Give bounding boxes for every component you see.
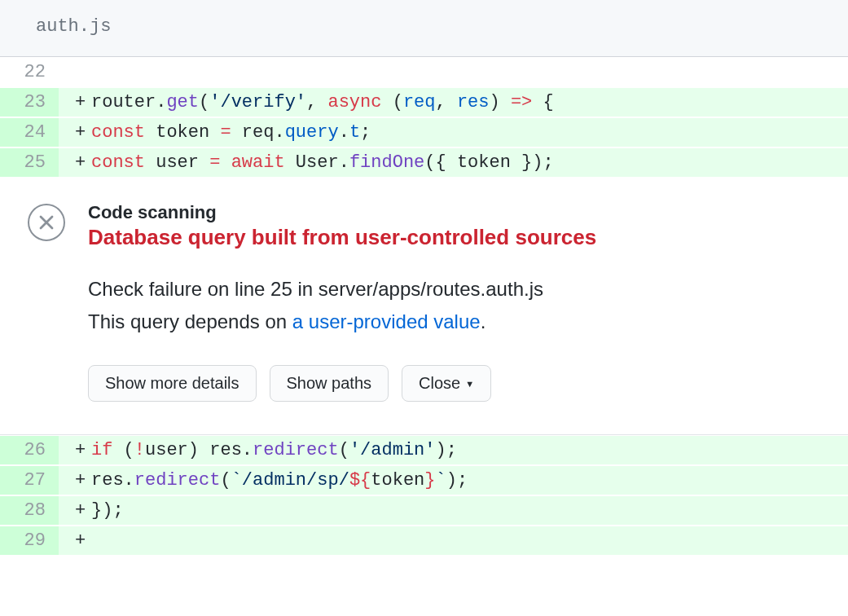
file-header: auth.js — [0, 0, 848, 57]
line-number: 23 — [0, 88, 59, 117]
diff-marker: + — [75, 88, 91, 117]
code-content: + — [59, 526, 848, 555]
code-content: + const user = await User.findOne({ toke… — [59, 148, 848, 177]
diff-marker: + — [75, 118, 91, 147]
alert-desc-line1: Check failure on line 25 in server/apps/… — [88, 278, 543, 300]
diff-marker: + — [75, 466, 91, 495]
alert-desc-prefix: This query depends on — [88, 310, 292, 332]
error-icon — [28, 204, 65, 241]
code-line-24: 24 + const token = req.query.t; — [0, 117, 848, 147]
caret-down-icon: ▼ — [465, 379, 474, 389]
line-number: 22 — [0, 58, 59, 86]
close-button-label: Close — [419, 374, 460, 393]
line-number: 27 — [0, 466, 59, 495]
alert-buttons: Show more details Show paths Close ▼ — [88, 365, 832, 402]
line-number: 28 — [0, 496, 59, 525]
alert-description: Check failure on line 25 in server/apps/… — [88, 273, 832, 337]
alert-body: Code scanning Database query built from … — [88, 202, 832, 402]
code-content: + }); — [59, 496, 848, 525]
code-line-25: 25 + const user = await User.findOne({ t… — [0, 147, 848, 178]
line-number: 24 — [0, 118, 59, 147]
code-scanning-alert: Code scanning Database query built from … — [0, 178, 848, 435]
code-line-29: 29 + — [0, 526, 848, 556]
show-more-details-button[interactable]: Show more details — [88, 365, 257, 402]
alert-label: Code scanning — [88, 202, 832, 223]
line-number: 26 — [0, 436, 59, 464]
alert-title: Database query built from user-controlle… — [88, 225, 832, 250]
code-line-27: 27 + res.redirect(`/admin/sp/${token}`); — [0, 465, 848, 495]
diff-marker: + — [75, 436, 91, 464]
line-number: 25 — [0, 148, 59, 177]
close-x-icon — [38, 214, 55, 231]
diff-marker: + — [75, 148, 91, 177]
code-content: + if (!user) res.redirect('/admin'); — [59, 436, 848, 464]
close-dropdown-button[interactable]: Close ▼ — [402, 365, 491, 402]
alert-icon-wrap — [28, 202, 65, 402]
code-line-28: 28 + }); — [0, 495, 848, 526]
diff-marker: + — [75, 526, 91, 555]
code-line-22: 22 — [0, 57, 848, 87]
code-content: + const token = req.query.t; — [59, 118, 848, 147]
user-provided-value-link[interactable]: a user-provided value — [292, 310, 481, 332]
code-content: + router.get('/verify', async (req, res)… — [59, 88, 848, 117]
line-number: 29 — [0, 526, 59, 555]
alert-desc-suffix: . — [481, 310, 486, 332]
show-paths-button[interactable]: Show paths — [270, 365, 389, 402]
diff-marker: + — [75, 496, 91, 525]
code-line-23: 23 + router.get('/verify', async (req, r… — [0, 87, 848, 117]
code-line-26: 26 + if (!user) res.redirect('/admin'); — [0, 435, 848, 465]
code-content: + res.redirect(`/admin/sp/${token}`); — [59, 466, 848, 495]
file-name: auth.js — [36, 16, 111, 37]
